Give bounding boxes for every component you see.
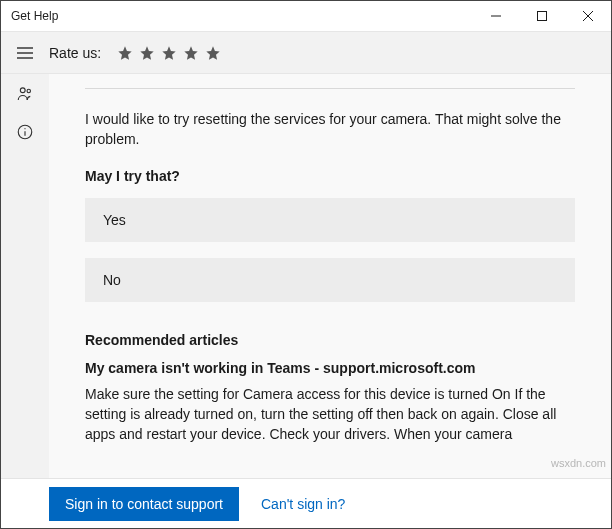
- assistant-message: I would like to try resetting the servic…: [85, 109, 575, 150]
- rate-star-3[interactable]: [159, 43, 179, 63]
- option-yes-label: Yes: [103, 212, 126, 228]
- rate-star-2[interactable]: [137, 43, 157, 63]
- svg-point-11: [24, 128, 25, 129]
- rate-label: Rate us:: [49, 45, 101, 61]
- minimize-button[interactable]: [473, 1, 519, 32]
- sidebar-item-info[interactable]: [15, 122, 35, 142]
- recommended-heading: Recommended articles: [85, 332, 575, 348]
- divider: [85, 88, 575, 89]
- rate-bar: Rate us:: [1, 32, 611, 74]
- title-bar: Get Help: [1, 1, 611, 32]
- assistant-prompt: May I try that?: [85, 168, 575, 184]
- svg-rect-1: [538, 12, 547, 21]
- sidebar: [1, 74, 49, 478]
- article-body: Make sure the setting for Camera access …: [85, 384, 575, 445]
- body: I would like to try resetting the servic…: [1, 74, 611, 478]
- rate-star-5[interactable]: [203, 43, 223, 63]
- sidebar-item-contact[interactable]: [15, 84, 35, 104]
- svg-point-7: [20, 88, 25, 93]
- option-no-button[interactable]: No: [85, 258, 575, 302]
- sign-in-button[interactable]: Sign in to contact support: [49, 487, 239, 521]
- maximize-button[interactable]: [519, 1, 565, 32]
- cant-sign-in-label: Can't sign in?: [261, 496, 345, 512]
- option-yes-button[interactable]: Yes: [85, 198, 575, 242]
- svg-point-8: [27, 89, 30, 92]
- rate-star-4[interactable]: [181, 43, 201, 63]
- menu-button[interactable]: [1, 32, 49, 73]
- sign-in-label: Sign in to contact support: [65, 496, 223, 512]
- close-button[interactable]: [565, 1, 611, 32]
- footer: Sign in to contact support Can't sign in…: [1, 478, 611, 528]
- content-area[interactable]: I would like to try resetting the servic…: [49, 74, 611, 478]
- info-icon: [16, 123, 34, 141]
- article-title[interactable]: My camera isn't working in Teams - suppo…: [85, 360, 575, 376]
- hamburger-icon: [17, 47, 33, 59]
- option-no-label: No: [103, 272, 121, 288]
- people-icon: [16, 85, 34, 103]
- cant-sign-in-link[interactable]: Can't sign in?: [261, 496, 345, 512]
- rate-star-1[interactable]: [115, 43, 135, 63]
- window-title: Get Help: [1, 9, 473, 23]
